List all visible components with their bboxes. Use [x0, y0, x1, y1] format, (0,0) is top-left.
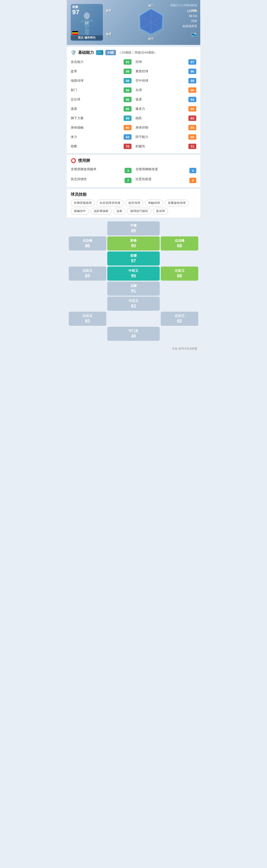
stat-label: 速度 [71, 106, 124, 111]
preferred-foot-section: ⭕ 惯用脚 非惯用脚使用频率 3 非惯用脚精准度 4 状态持续性 7 抗受伤程度… [67, 155, 200, 187]
stat-label: 攻击能力 [71, 60, 124, 64]
stat-value: 86 [124, 97, 132, 102]
radar-label-bottom: 防守 [148, 37, 154, 41]
position-name: 中后卫 [129, 299, 138, 303]
stats-grid: 攻击能力 91 控球 97 盘带 89 紧密控球 96 地面传球 98 空中传球… [71, 58, 196, 150]
radar-label-top: 射门 [148, 4, 154, 8]
stat-label: 防守能力 [135, 135, 188, 139]
stat-value: 99 [188, 78, 196, 84]
svg-point-0 [84, 12, 90, 19]
skill-tag: 外脚背弧线球 [71, 200, 95, 206]
position-section: 中锋85左边锋86影锋90右边锋88前腰97左前卫85中前卫95右前卫88后腰9… [67, 219, 200, 343]
skills-section: 球员技能 外脚背弧线球向后切球并转身低空传球单触传球加重旋转传球精确传中远距离抽… [67, 189, 200, 217]
stat-row: 爆发力 80 [135, 105, 196, 113]
position-cell [69, 282, 106, 296]
stat-value: 80 [124, 125, 132, 130]
stat-label: 跳跃 [135, 116, 188, 120]
footer-text: 头条 @PES实况联盟 [172, 347, 197, 350]
stat-row: 攻击能力 91 [71, 58, 132, 66]
stat-value: 70 [124, 144, 132, 149]
stat-value: 96 [188, 69, 196, 74]
position-cell [161, 327, 198, 341]
player-height: 181 CM [170, 9, 197, 13]
position-grid: 中锋85左边锋86影锋90右边锋88前腰97左前卫85中前卫95右前卫88后腰9… [69, 221, 198, 341]
radar-chart [134, 5, 168, 40]
stat-row: 积极性 71 [135, 143, 196, 150]
position-rating: 85 [131, 228, 136, 234]
position-rating: 88 [177, 274, 182, 279]
position-name: 右前卫 [175, 269, 184, 273]
stat-value: 97 [188, 59, 196, 65]
radar-label-top-left: 盘带 [106, 9, 111, 12]
skill-tag: 低空传球 [125, 200, 143, 206]
position-rating: 40 [131, 334, 136, 339]
player-stats-right: 国服22.11.08曼城精选 181 CM 68 KG 29岁 创意指挥官 👟 [170, 3, 197, 38]
position-cell [161, 297, 198, 311]
stat-value: 98 [124, 78, 132, 84]
foot-label: 非惯用脚精准度 [135, 167, 189, 172]
foot-value: 7 [125, 178, 132, 183]
position-cell: 右前卫88 [161, 267, 198, 281]
position-name: 中锋 [130, 223, 137, 228]
skills-title: 球员技能 [71, 192, 196, 197]
stat-value: 94 [188, 97, 196, 102]
position-cell: 左后卫82 [69, 312, 106, 326]
player-weight: 68 KG [170, 13, 197, 19]
position-name: 后腰 [130, 284, 137, 288]
footer: 头条 @PES实况联盟 [67, 345, 200, 352]
stat-value: 85 [124, 87, 132, 93]
position-cell [69, 327, 106, 341]
level-text: （24满级｜突破后44满级） [118, 50, 157, 55]
foot-icon: ⭕ [71, 158, 76, 163]
stat-label: 积极性 [135, 144, 188, 149]
header-card: 前腰 97 17 凯文·德布劳内 射门 传球 身体 防守 速度 盘带 [67, 0, 200, 45]
svg-rect-2 [80, 20, 84, 23]
stat-label: 身体接触 [71, 125, 124, 130]
stat-row: 速度 85 [71, 105, 132, 113]
stat-label: 脚下力量 [71, 116, 124, 120]
stat-label: 控球 [135, 60, 188, 64]
player-name: 凯文·德布劳内 [71, 35, 103, 40]
skill-tag: 远射 [113, 208, 126, 214]
stat-label: 身体控制 [135, 125, 188, 130]
position-cell: 中后卫62 [107, 297, 160, 311]
stat-label: 体力 [71, 135, 124, 139]
stat-value: 89 [124, 69, 132, 74]
stat-row: 盘带 89 [71, 68, 132, 75]
stat-value: 99 [124, 116, 132, 121]
stat-row: 身体接触 80 [71, 124, 132, 131]
position-name: 中前卫 [129, 269, 138, 273]
radar-label-bottom-left: 速度 [106, 32, 111, 36]
stat-value: 80 [188, 106, 196, 112]
position-cell [161, 221, 198, 236]
server-tag: 国服22.11.08曼城精选 [170, 3, 197, 8]
position-rating: 82 [85, 319, 90, 324]
foot-grid: 非惯用脚使用频率 3 非惯用脚精准度 4 状态持续性 7 抗受伤程度 2 [71, 166, 196, 184]
foot-row: 非惯用脚使用频率 3 [71, 166, 132, 174]
stat-row: 防守能力 69 [135, 133, 196, 141]
stat-row: 弧度 94 [135, 96, 196, 103]
skill-tag: 精确传中 [71, 208, 89, 214]
stat-label: 头球 [135, 88, 188, 92]
stat-label: 紧密控球 [135, 69, 188, 73]
basic-stats-section: 🛡️ 基础能力 → 44级 （24满级｜突破后44满级） 攻击能力 91 控球 … [67, 47, 200, 153]
foot-value: 2 [189, 178, 196, 183]
stat-row: 体力 94 [71, 133, 132, 141]
stat-label: 定位球 [71, 97, 124, 102]
position-cell [69, 297, 106, 311]
position-name: 守门员 [129, 329, 138, 333]
position-cell: 守门员40 [107, 327, 160, 341]
position-name: 影锋 [130, 239, 137, 243]
stat-row: 脚下力量 99 [71, 115, 132, 122]
foot-section-title: 惯用脚 [78, 158, 90, 163]
position-name: 左边锋 [83, 239, 92, 243]
stat-value: 69 [188, 134, 196, 140]
level-badge: 44级 [105, 50, 116, 55]
stat-value: 71 [188, 144, 196, 149]
skill-tag: 踏球技巧操控 [127, 208, 151, 214]
position-cell: 左前卫85 [69, 267, 106, 281]
stat-value: 91 [124, 59, 132, 65]
position-rating: 95 [131, 274, 136, 279]
player-role: 创意指挥官 [170, 24, 197, 29]
section-header: 🛡️ 基础能力 → 44级 （24满级｜突破后44满级） [71, 50, 196, 55]
